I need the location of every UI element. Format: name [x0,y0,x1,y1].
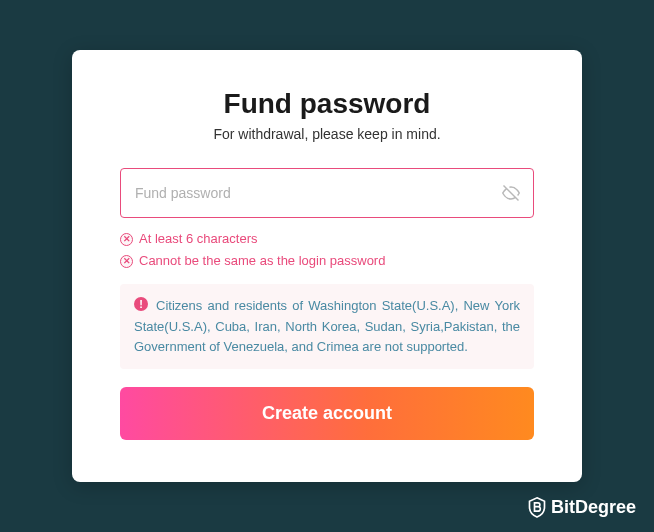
restriction-notice: ! Citizens and residents of Washington S… [120,284,534,368]
notice-text: Citizens and residents of Washington Sta… [134,296,520,356]
card-subtitle: For withdrawal, please keep in mind. [120,126,534,142]
validation-rule-2: ✕ Cannot be the same as the login passwo… [120,250,534,272]
card-title: Fund password [120,88,534,120]
fund-password-input[interactable] [120,168,534,218]
validation-text: At least 6 characters [139,228,258,250]
fund-password-card: Fund password For withdrawal, please kee… [72,50,582,482]
password-input-wrap [120,168,534,218]
validation-rule-1: ✕ At least 6 characters [120,228,534,250]
brand-name: BitDegree [551,497,636,518]
brand-shield-icon [527,496,547,518]
create-account-button[interactable]: Create account [120,387,534,440]
x-icon: ✕ [120,255,133,268]
validation-text: Cannot be the same as the login password [139,250,385,272]
toggle-visibility-icon[interactable] [502,184,520,202]
x-icon: ✕ [120,233,133,246]
validation-list: ✕ At least 6 characters ✕ Cannot be the … [120,228,534,272]
brand-badge: BitDegree [527,496,636,518]
